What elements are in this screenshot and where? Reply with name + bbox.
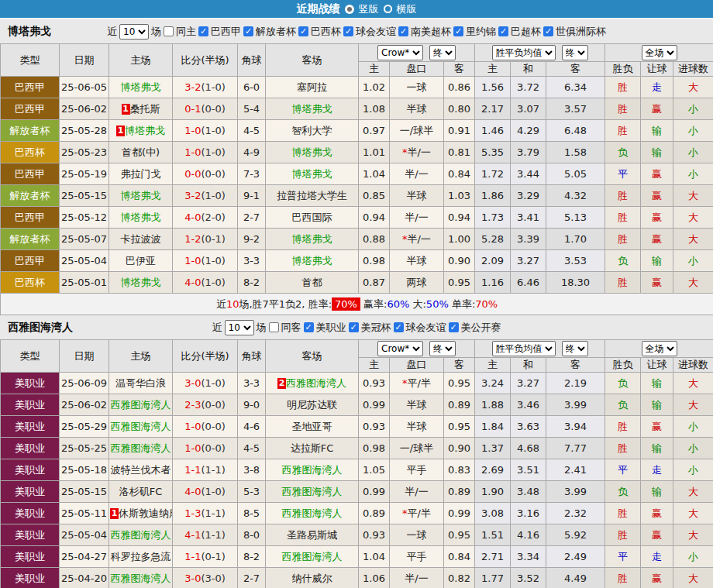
date-cell: 25-05-11 (60, 503, 109, 524)
away-team-cell: 纳什威尔 (266, 568, 359, 588)
same-venue-label[interactable]: 同客 (281, 321, 301, 335)
sub-col-header-4: 和 (511, 62, 546, 77)
league-label-7[interactable]: 世俱洲际杯 (556, 25, 606, 39)
odds-company-select[interactable]: Crow* (377, 45, 423, 60)
score-cell: 4-1(1-1) (173, 524, 238, 546)
europe-away-odds: 3.99 (546, 481, 605, 503)
handicap-line-cell: 平手 (390, 546, 444, 568)
europe-home-odds: 1.51 (475, 524, 511, 546)
summary-cell: 近10场,胜7平1负2, 胜率:70% 赢率:60% 大:50% 单率:70% (1, 294, 713, 315)
handicap-line-cell: 半/一 (390, 568, 444, 588)
league-label-4[interactable]: 南美超杯 (411, 25, 451, 39)
league-checkbox-5[interactable]: ✓ (453, 26, 463, 36)
fulltime-score: 4-0 (184, 277, 201, 288)
odds-company-select[interactable]: Crow* (377, 341, 423, 356)
away-team-cell: 博塔弗戈 (266, 229, 359, 250)
europe-final-select[interactable]: 终 (562, 45, 588, 60)
radio-horizontal-label[interactable]: 横版 (397, 2, 417, 16)
recent-count-select[interactable]: 10 (225, 320, 254, 335)
summary-text: 单率: (449, 298, 476, 310)
league-checkbox-1[interactable]: ✓ (349, 322, 359, 332)
outcome-cell: 负 (605, 481, 641, 503)
league-label-3[interactable]: 球会友谊 (356, 25, 396, 39)
radio-horizontal-layout[interactable] (384, 5, 392, 13)
handicap-final-select[interactable]: 终 (429, 45, 456, 60)
halftime-score: (2-0) (201, 211, 225, 223)
date-cell: 25-04-27 (60, 546, 109, 568)
league-label-3[interactable]: 美公开赛 (461, 321, 501, 335)
team-label: 波特兰伐木者 (111, 464, 171, 476)
europe-home-odds: 1.16 (475, 272, 511, 294)
handicap-home-odds: 1.01 (359, 142, 390, 163)
league-label-1[interactable]: 美冠杯 (361, 321, 391, 335)
same-venue-checkbox[interactable] (164, 26, 174, 36)
handicap-result-cell: 输 (641, 373, 673, 394)
fulltime-select[interactable]: 全场 (642, 45, 677, 60)
team-label: 洛杉矶FC (119, 486, 163, 497)
europe-home-odds: 2.71 (475, 546, 511, 568)
goals-result-cell: 大 (673, 568, 713, 588)
sub-col-header-2: 客 (444, 62, 475, 77)
europe-final-select[interactable]: 终 (562, 341, 588, 356)
home-team-cell: 洛杉矶FC (109, 481, 173, 503)
goals-result-cell: 小 (673, 546, 713, 568)
corners-cell: 9-0 (238, 394, 266, 416)
league-checkbox-3[interactable]: ✓ (343, 26, 353, 36)
league-checkbox-2[interactable]: ✓ (394, 322, 404, 332)
team-label: 西雅图海湾人 (111, 442, 171, 454)
league-label-2[interactable]: 巴西杯 (311, 25, 341, 39)
fulltime-score: 1-3 (184, 507, 201, 519)
league-type-cell: 美职业 (1, 459, 60, 481)
league-checkbox-3[interactable]: ✓ (449, 322, 459, 332)
away-team-cell: 博塔弗戈 (266, 250, 359, 272)
handicap-home-odds: 1.05 (359, 459, 390, 481)
league-label-5[interactable]: 里约锦 (466, 25, 496, 39)
league-checkbox-7[interactable]: ✓ (543, 26, 553, 36)
star-mark: * (402, 377, 408, 389)
outcome-cell: 胜 (605, 272, 641, 294)
sub-col-header-6: 胜负 (605, 358, 641, 373)
league-checkbox-0[interactable]: ✓ (304, 322, 314, 332)
recent-count-select[interactable]: 10 (119, 24, 149, 40)
goals-result-cell: 小 (673, 120, 713, 142)
league-label-2[interactable]: 球会友谊 (406, 321, 446, 335)
league-checkbox-2[interactable]: ✓ (298, 26, 308, 36)
radio-vertical-label[interactable]: 竖版 (359, 2, 379, 16)
handicap-result-cell: 赢 (641, 207, 673, 229)
corners-cell: 5-3 (238, 481, 266, 503)
league-label-0[interactable]: 美职业 (316, 321, 346, 335)
handicap-final-select[interactable]: 终 (429, 341, 456, 356)
sub-col-header-7: 让球 (641, 62, 673, 77)
league-checkbox-1[interactable]: ✓ (243, 26, 253, 36)
wdl-average-select[interactable]: 胜平负均值 (492, 45, 556, 60)
league-type-cell: 美职业 (1, 503, 60, 524)
summary-text: 60% (387, 298, 409, 310)
team-label: 首都 (302, 277, 322, 288)
league-checkbox-4[interactable]: ✓ (398, 26, 408, 36)
corners-cell: 8-2 (238, 272, 266, 294)
matches-table: 类型日期主场比分(半场)角球客场Crow*终胜平负均值终全场主盘口客主和客胜负让… (0, 339, 713, 588)
league-checkbox-0[interactable]: ✓ (198, 26, 208, 36)
score-cell: 3-2(1-0) (173, 185, 238, 207)
league-label-0[interactable]: 巴西甲 (211, 25, 241, 39)
outcome-cell: 胜 (605, 120, 641, 142)
handicap-result-cell: 赢 (641, 185, 673, 207)
sub-col-header-2: 客 (444, 358, 475, 373)
league-checkbox-6[interactable]: ✓ (498, 26, 508, 36)
filter-controls: 近10场 同主✓巴西甲✓解放者杯✓巴西杯✓球会友谊✓南美超杯✓里约锦✓巴超杯✓世… (107, 24, 606, 40)
wdl-average-select[interactable]: 胜平负均值 (492, 341, 556, 356)
score-cell: 1-1(0-1) (173, 546, 238, 568)
handicap-line-cell: *平/半 (390, 503, 444, 524)
same-venue-label[interactable]: 同主 (176, 25, 196, 39)
games-label: 场 (257, 321, 267, 335)
radio-vertical-layout[interactable] (345, 5, 354, 14)
match-row: 巴西甲25-05-19弗拉门戈0-0(0-0)7-3博塔弗戈1.04半/一0.8… (1, 163, 713, 185)
summary-text: 70% (475, 298, 498, 310)
league-label-6[interactable]: 巴超杯 (511, 25, 541, 39)
fulltime-select[interactable]: 全场 (642, 341, 677, 356)
match-row: 解放者杯25-05-07卡拉波波1-2(0-1)9-2博塔弗戈0.88*半/一1… (1, 229, 713, 250)
outcome-cell: 胜 (605, 568, 641, 588)
same-venue-checkbox[interactable] (269, 322, 279, 332)
home-team-cell: 1桑托斯 (109, 98, 173, 120)
league-label-1[interactable]: 解放者杯 (256, 25, 296, 39)
